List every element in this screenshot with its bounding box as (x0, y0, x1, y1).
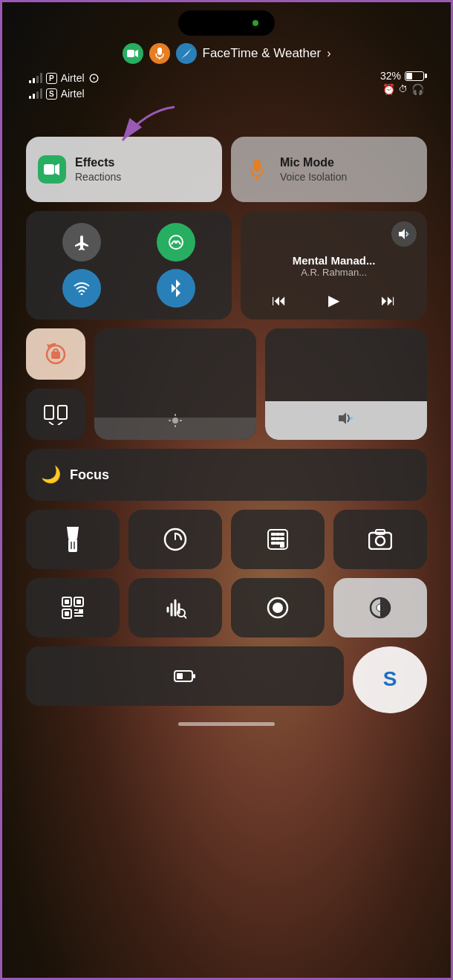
wifi-icon: ⊙ (88, 70, 100, 86)
svg-rect-55 (74, 609, 78, 611)
svg-marker-4 (181, 48, 192, 59)
rotation-lock-button[interactable] (26, 328, 85, 380)
carrier-box-s: S (46, 88, 57, 100)
battery-icon (405, 71, 424, 81)
facetime-label: FaceTime & Weather (203, 46, 322, 61)
volume-slider[interactable] (265, 328, 427, 440)
svg-line-64 (184, 616, 186, 618)
svg-point-66 (273, 603, 283, 613)
svg-point-30 (350, 417, 353, 420)
svg-rect-8 (253, 160, 261, 172)
facetime-bar[interactable]: FaceTime & Weather › (26, 43, 427, 64)
signal-bars-2 (29, 88, 42, 99)
music-forward-button[interactable]: ⏭ (381, 292, 396, 309)
grid-row-2 (26, 578, 427, 637)
status-bar: P Airtel ⊙ S Airtel 32% (26, 70, 427, 100)
carrier-row-1: P Airtel ⊙ (29, 70, 100, 86)
dynamic-island (178, 10, 275, 36)
camera-button[interactable] (333, 510, 427, 569)
svg-point-13 (80, 293, 82, 296)
music-play-button[interactable]: ▶ (328, 291, 339, 309)
battery-row: 32% (380, 70, 424, 82)
carrier-name-2: Airtel (61, 88, 85, 100)
svg-rect-54 (65, 611, 69, 616)
flashlight-button[interactable] (26, 510, 120, 569)
svg-rect-37 (271, 533, 276, 536)
svg-rect-45 (280, 542, 284, 548)
effects-text: Effects Reactions (75, 155, 121, 184)
svg-marker-31 (67, 527, 79, 539)
record-button[interactable] (231, 578, 325, 637)
carrier-name-1: Airtel (61, 72, 85, 84)
wifi-button[interactable] (62, 269, 101, 308)
effects-video-icon (38, 155, 66, 184)
svg-rect-46 (369, 533, 391, 549)
svg-point-15 (407, 233, 409, 236)
status-left: P Airtel ⊙ S Airtel (29, 70, 100, 100)
volume-icon (338, 410, 354, 431)
slider-group (94, 328, 427, 440)
music-rewind-button[interactable]: ⏮ (272, 292, 287, 309)
music-tile[interactable]: Mental Manad... A.R. Rahman... ⏮ ▶ ⏭ (241, 211, 427, 319)
moon-icon: 🌙 (41, 465, 61, 484)
svg-rect-0 (127, 50, 134, 57)
main-container: FaceTime & Weather › P Airtel ⊙ (0, 0, 453, 980)
qr-scanner-button[interactable] (26, 578, 120, 637)
music-speaker-button[interactable] (391, 221, 417, 247)
bluetooth-button[interactable] (157, 269, 195, 308)
svg-rect-58 (74, 615, 83, 617)
svg-rect-41 (276, 537, 280, 540)
svg-point-12 (175, 241, 177, 244)
focus-label: Focus (70, 467, 109, 483)
home-indicator (178, 722, 275, 726)
cellular-button[interactable] (157, 223, 195, 262)
top-tiles-row: Effects Reactions Mic Mode Voice Isola (26, 137, 427, 202)
screen-mirror-button[interactable] (26, 389, 85, 440)
status-right: 32% ⏰ ⏱ 🎧 (380, 70, 424, 95)
svg-rect-6 (44, 164, 54, 175)
battery-widget-button[interactable] (26, 646, 344, 706)
svg-rect-70 (177, 673, 183, 679)
svg-rect-42 (280, 537, 284, 540)
signal-bars-1 (29, 73, 42, 83)
battery-percentage: 32% (380, 70, 401, 82)
svg-marker-1 (135, 50, 138, 57)
svg-rect-52 (65, 600, 69, 604)
facetime-chevron: › (327, 47, 330, 60)
facetime-mic-icon (149, 43, 170, 64)
svg-marker-29 (339, 412, 346, 424)
calculator-button[interactable] (231, 510, 325, 569)
svg-line-22 (49, 422, 53, 425)
facetime-video-icon (123, 43, 143, 64)
focus-tile[interactable]: 🌙 Focus (26, 449, 427, 501)
headphone-icon: 🎧 (411, 83, 424, 95)
svg-point-47 (376, 536, 385, 545)
bottom-bar: S (26, 646, 427, 713)
svg-rect-2 (157, 48, 162, 55)
arrow-container (26, 100, 427, 137)
invert-colors-button[interactable] (333, 578, 427, 637)
brightness-icon (168, 413, 183, 431)
brightness-slider[interactable] (94, 328, 256, 440)
airplane-mode-button[interactable] (62, 223, 101, 262)
shazam-button[interactable]: S (353, 646, 427, 713)
svg-rect-32 (68, 539, 77, 552)
effects-subtitle: Reactions (75, 170, 121, 184)
mic-mode-tile[interactable]: Mic Mode Voice Isolation (231, 137, 427, 202)
svg-rect-20 (45, 406, 53, 419)
timer-icon: ⏱ (399, 84, 408, 94)
alarm-icon: ⏰ (382, 83, 395, 95)
third-row (26, 328, 427, 440)
focus-row: 🌙 Focus (26, 449, 427, 501)
svg-marker-7 (55, 163, 59, 175)
audio-search-button[interactable] (128, 578, 222, 637)
activity-dot (252, 20, 258, 26)
grid-row-1 (26, 510, 427, 569)
svg-text:S: S (383, 667, 397, 690)
mic-subtitle: Voice Isolation (280, 170, 347, 184)
music-info: Mental Manad... A.R. Rahman... (251, 254, 417, 278)
screen-time-button[interactable] (128, 510, 222, 569)
svg-rect-71 (193, 674, 195, 678)
svg-rect-43 (271, 542, 276, 545)
svg-marker-14 (399, 229, 405, 239)
